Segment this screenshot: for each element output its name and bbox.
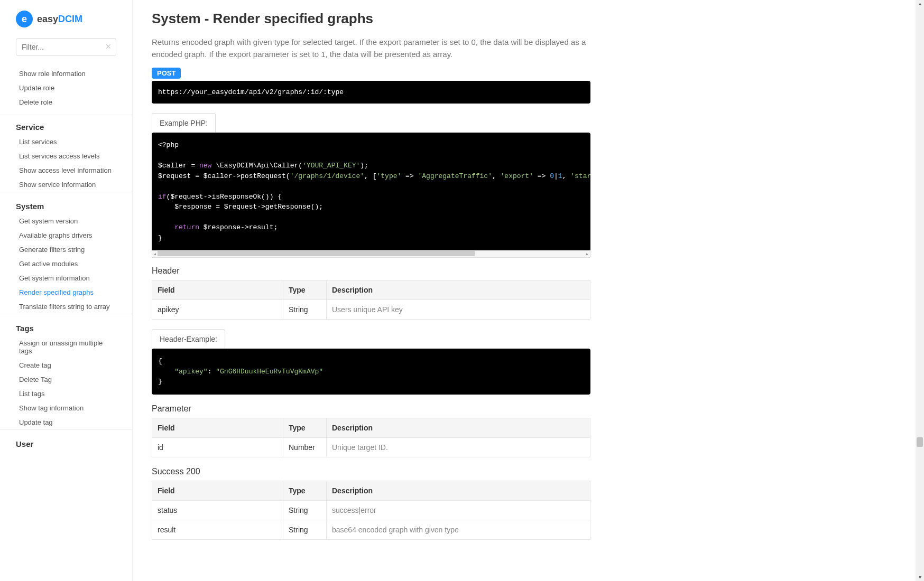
td-desc: Users unique API key [327, 300, 590, 320]
td-desc: success|error [327, 500, 590, 520]
section-title-header: Header [152, 266, 590, 276]
filter-input[interactable] [16, 39, 116, 55]
table-row: status String success|error [152, 500, 590, 520]
sidebar-item[interactable]: Update role [16, 81, 116, 95]
code-token: 'start' [570, 172, 590, 180]
code-token: , [562, 172, 571, 180]
sidebar-item[interactable]: Available graphs drivers [16, 228, 116, 242]
th-type: Type [283, 280, 327, 300]
code-token: 1 [558, 172, 562, 180]
sidebar-item[interactable]: Create tag [16, 358, 116, 372]
sidebar-item[interactable]: Show tag information [16, 401, 116, 415]
sidebar-item[interactable]: Translate filters string to array [16, 299, 116, 314]
table-header-row: Field Type Description [152, 280, 590, 300]
brand-text-b: DCIM [58, 14, 82, 24]
scrollbar-track[interactable] [916, 7, 924, 574]
sidebar-item[interactable]: Generate filters string [16, 242, 116, 257]
sidebar-item[interactable]: Delete Tag [16, 372, 116, 387]
td-desc: Unique target ID. [327, 437, 590, 457]
sidebar-item[interactable]: List services [16, 135, 116, 149]
scroll-down-icon[interactable]: ▾ [916, 574, 924, 581]
code-token: $response = $request->getResponse(); [158, 203, 323, 211]
scroll-right-icon[interactable]: ▸ [586, 250, 589, 258]
code-token: } [158, 234, 162, 242]
sidebar-item[interactable]: List services access levels [16, 149, 116, 163]
scroll-up-icon[interactable]: ▴ [916, 0, 924, 7]
code-php-content: <?php $caller = new \EasyDCIM\Api\Caller… [152, 133, 590, 250]
brand-text: easyDCIM [37, 14, 82, 25]
tab-header-example[interactable]: Header-Example: [152, 329, 225, 349]
code-token: $request = $caller->postRequest( [158, 172, 290, 180]
close-icon[interactable]: ✕ [105, 42, 112, 51]
content-column: System - Render specified graphs Returns… [152, 11, 590, 540]
sidebar-item[interactable]: Get system information [16, 271, 116, 285]
code-token: <?php [158, 141, 179, 149]
code-token: : [208, 368, 216, 376]
tab-example-php[interactable]: Example PHP: [152, 113, 216, 133]
scroll-left-icon[interactable]: ◂ [153, 250, 156, 258]
code-token: \EasyDCIM\Api\Caller( [211, 162, 302, 170]
scrollbar-thumb[interactable] [158, 251, 475, 256]
sidebar-item[interactable]: Get system version [16, 214, 116, 228]
header-table: Field Type Description apikey String Use… [152, 280, 590, 320]
success-table: Field Type Description status String suc… [152, 481, 590, 540]
code-token: 0 [550, 172, 554, 180]
code-token: '/graphs/1/device' [290, 172, 364, 180]
code-json-content: { "apikey": "GnG6HDuukHeEuRvTuVgKmAVp" } [152, 349, 590, 395]
code-horizontal-scrollbar[interactable]: ◂ ▸ [152, 250, 590, 258]
code-token: 'type' [376, 172, 401, 180]
main-content[interactable]: System - Render specified graphs Returns… [133, 0, 916, 581]
th-field: Field [152, 280, 283, 300]
brand-logo: e easyDCIM [0, 11, 132, 38]
code-token: new [199, 162, 211, 170]
td-type: Number [283, 437, 327, 457]
code-token: $response->result; [199, 223, 278, 231]
sidebar-item[interactable]: Show service information [16, 177, 116, 192]
code-token: 'export' [501, 172, 533, 180]
nav-group-title: Tags [0, 316, 132, 336]
filter-input-wrap: ✕ [16, 38, 116, 56]
nav-orphan-group: Show role information Update role Delete… [0, 67, 132, 115]
sidebar-nav[interactable]: Show role information Update role Delete… [0, 61, 132, 462]
page-scrollbar[interactable]: ▴ ▾ [916, 0, 924, 581]
sidebar-item[interactable]: List tags [16, 387, 116, 401]
code-token: return [158, 223, 199, 231]
filter-wrap: ✕ [0, 38, 132, 61]
nav-group: Get system version Available graphs driv… [0, 214, 132, 314]
scrollbar-thumb[interactable] [917, 437, 923, 447]
th-field: Field [152, 418, 283, 437]
td-desc: base64 encoded graph with given type [327, 520, 590, 539]
table-header-row: Field Type Description [152, 481, 590, 500]
sidebar-item[interactable]: Show role information [16, 67, 116, 81]
sidebar-item[interactable]: Show access level information [16, 163, 116, 177]
nav-group-title: User [0, 432, 132, 452]
brand-icon: e [16, 11, 33, 27]
sidebar-item[interactable]: Get active modules [16, 257, 116, 271]
endpoint-url: https://your_easydcim/api/v2/graphs/:id/… [152, 81, 590, 104]
code-token: { [158, 357, 162, 365]
sidebar-item-active[interactable]: Render specified graphs [16, 285, 116, 299]
parameter-table: Field Type Description id Number Unique … [152, 418, 590, 457]
table-row: id Number Unique target ID. [152, 437, 590, 457]
code-token: => [401, 172, 418, 180]
code-token: if [158, 193, 167, 201]
sidebar-item[interactable]: Update tag [16, 415, 116, 429]
th-type: Type [283, 481, 327, 500]
th-field: Field [152, 481, 283, 500]
sidebar-item[interactable]: Assign or unassign multiple tags [16, 336, 116, 358]
app-shell: e easyDCIM ✕ Show role information Updat… [0, 0, 924, 581]
td-type: String [283, 300, 327, 320]
nav-group: Assign or unassign multiple tags Create … [0, 336, 132, 430]
section-title-parameter: Parameter [152, 404, 590, 414]
th-description: Description [327, 481, 590, 500]
nav-group-title: Service [0, 115, 132, 135]
section-title-success: Success 200 [152, 467, 590, 476]
code-token: ); [360, 162, 368, 170]
td-field: result [152, 520, 283, 539]
page-title: System - Render specified graphs [152, 11, 590, 27]
code-token: $caller = [158, 162, 199, 170]
sidebar-item[interactable]: Delete role [16, 95, 116, 109]
td-type: String [283, 520, 327, 539]
nav-outer: Show role information Update role Delete… [0, 61, 132, 581]
code-tabs: Header-Example: [152, 329, 590, 349]
